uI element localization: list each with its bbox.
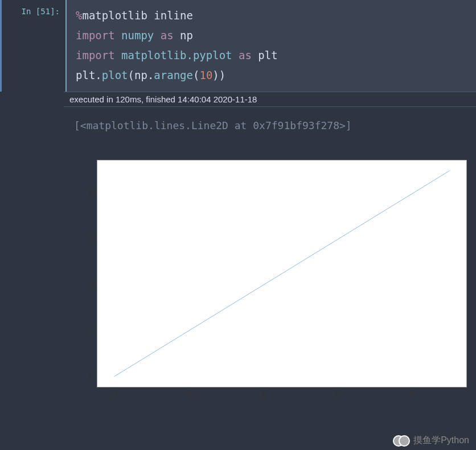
module-mpl: matplotlib.pyplot xyxy=(121,49,232,61)
code-line-2: import numpy as np xyxy=(76,26,467,46)
module-numpy: numpy xyxy=(121,29,154,42)
output-figure: 02468 02468 xyxy=(74,160,467,387)
watermark-text: 摸鱼学Python xyxy=(413,435,469,447)
x-tick-label: 2 xyxy=(186,389,191,401)
line-plot xyxy=(97,160,466,387)
obj-np: np xyxy=(134,69,147,81)
execution-status: executed in 120ms, finished 14:40:04 202… xyxy=(64,92,476,107)
obj-plt: plt xyxy=(76,69,95,81)
watermark: 摸鱼学Python xyxy=(393,435,469,447)
output-repr-text: [<matplotlib.lines.Line2D at 0x7f91bf93f… xyxy=(74,119,352,131)
x-tick-label: 8 xyxy=(409,389,415,401)
magic-text: matplotlib inline xyxy=(82,9,192,22)
arg-10: 10 xyxy=(199,69,212,81)
magic-percent: % xyxy=(76,9,82,22)
kw-as2: as xyxy=(239,49,252,61)
alias-plt: plt xyxy=(258,49,277,61)
fn-plot: plot xyxy=(102,69,128,81)
x-axis-ticks: 02468 xyxy=(97,389,466,402)
code-line-4: plt.plot(np.arange(10)) xyxy=(76,65,467,85)
code-line-1: %matplotlib inline xyxy=(76,6,467,26)
x-tick-label: 4 xyxy=(261,389,266,401)
prompt-label: In [51]: xyxy=(22,7,60,16)
chart-axes: 02468 02468 xyxy=(97,160,467,387)
kw-as: as xyxy=(161,29,174,42)
fn-arange: arange xyxy=(154,69,193,81)
x-tick-label: 0 xyxy=(112,389,117,401)
y-tick-label: 2 xyxy=(90,325,95,336)
y-tick-label: 4 xyxy=(90,279,95,291)
alias-np: np xyxy=(180,29,193,42)
notebook-cell: In [51]: %matplotlib inline import numpy… xyxy=(0,0,476,92)
cell-prompt: In [51]: xyxy=(2,0,64,92)
wechat-icon xyxy=(393,435,410,447)
y-tick-label: 6 xyxy=(90,233,95,245)
y-axis-ticks: 02468 xyxy=(76,160,95,387)
code-line-3: import matplotlib.pyplot as plt xyxy=(76,46,467,65)
x-tick-label: 6 xyxy=(335,389,340,401)
cell-output-repr: [<matplotlib.lines.Line2D at 0x7f91bf93f… xyxy=(74,119,476,131)
exec-status-text: executed in 120ms, finished 14:40:04 202… xyxy=(69,94,257,104)
y-tick-label: 8 xyxy=(90,188,95,199)
kw-import2: import xyxy=(76,49,115,61)
y-tick-label: 0 xyxy=(90,370,95,382)
kw-import: import xyxy=(76,29,115,42)
code-editor[interactable]: %matplotlib inline import numpy as np im… xyxy=(65,0,476,92)
data-line xyxy=(114,171,449,377)
